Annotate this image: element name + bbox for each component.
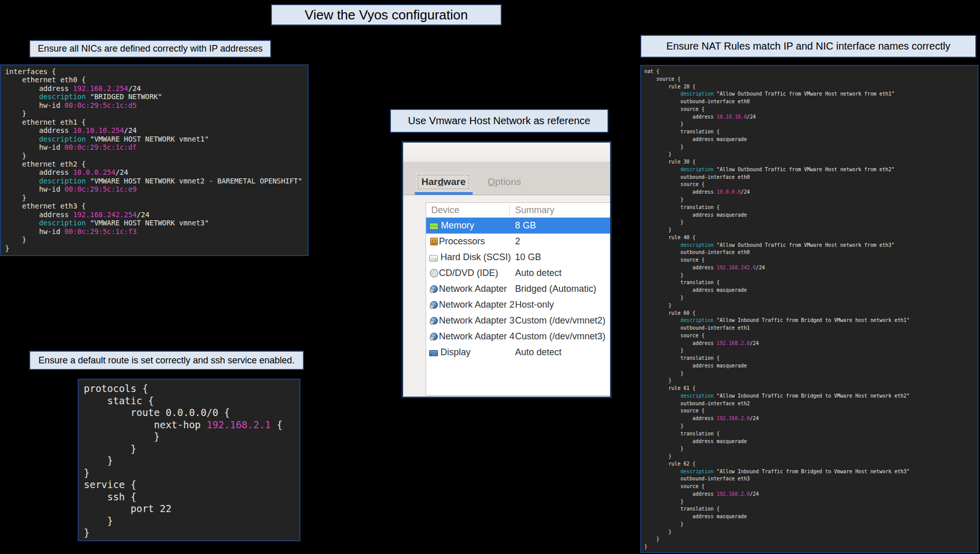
device-row[interactable]: Processors2 bbox=[426, 234, 610, 249]
device-row[interactable]: DisplayAuto detect bbox=[426, 344, 610, 360]
code-line: address 192.168.2.254/24 bbox=[5, 84, 308, 93]
vmware-device-table: Device Summary Memory8 GBProcessors2Hard… bbox=[426, 202, 611, 396]
tab-options[interactable]: Options bbox=[484, 173, 525, 191]
code-line: source { bbox=[644, 332, 977, 340]
code-line: } bbox=[84, 467, 299, 479]
code-line: } bbox=[644, 377, 977, 385]
code-line: description "VMWARE HOST NETWORK vmnet1" bbox=[5, 135, 308, 143]
code-line: source { bbox=[644, 181, 977, 189]
net-icon bbox=[430, 333, 438, 340]
code-line: translation { bbox=[644, 128, 977, 136]
code-line: outbound-interface eth3 bbox=[644, 475, 977, 483]
device-summary: 8 GB bbox=[510, 220, 610, 231]
code-line: hw-id 00:0c:29:5c:1c:d5 bbox=[5, 101, 308, 109]
device-summary: Custom (/dev/vmnet2) bbox=[510, 315, 610, 326]
code-line: address 10.10.10.0/24 bbox=[644, 113, 977, 121]
net-icon bbox=[430, 285, 438, 293]
code-line: } bbox=[644, 272, 977, 280]
code-line: static { bbox=[84, 395, 299, 407]
code-line: ethernet eth0 { bbox=[5, 76, 308, 84]
protocols-config-panel: protocols { static { route 0.0.0.0/0 { n… bbox=[78, 379, 300, 541]
code-line: rule 62 { bbox=[644, 460, 977, 468]
label-nat-rules: Ensure NAT Rules match IP and NIC interf… bbox=[640, 35, 976, 58]
code-line: } bbox=[5, 194, 308, 202]
code-line: description "VMWARE HOST NETWORK vmnet2 … bbox=[5, 177, 308, 185]
code-line: address masquerade bbox=[644, 362, 977, 370]
code-line: } bbox=[5, 152, 308, 160]
column-header-device[interactable]: Device bbox=[426, 205, 510, 216]
label-vmware-reference: Use Vmware Host Network as reference bbox=[390, 109, 609, 133]
code-line: } bbox=[644, 370, 977, 378]
device-row[interactable]: Network Adapter 3Custom (/dev/vmnet2) bbox=[426, 313, 610, 329]
code-line: hw-id 00:0c:29:5c:1c:e9 bbox=[5, 185, 308, 193]
code-line: rule 60 { bbox=[644, 310, 977, 317]
code-line: rule 30 { bbox=[644, 158, 977, 166]
code-line: } bbox=[644, 121, 977, 128]
code-line: rule 40 { bbox=[644, 234, 977, 242]
code-line: } bbox=[5, 109, 308, 118]
net-icon bbox=[430, 301, 438, 309]
device-summary: 2 bbox=[510, 236, 610, 247]
code-line: address 10.0.0.254/24 bbox=[5, 168, 308, 176]
active-tab-indicator bbox=[415, 192, 473, 195]
code-line: rule 20 { bbox=[644, 83, 977, 91]
code-line: source { bbox=[644, 76, 977, 83]
device-name: Network Adapter bbox=[439, 284, 507, 294]
tab-options-label: Options bbox=[487, 176, 521, 188]
code-line: } bbox=[644, 536, 977, 543]
code-line: } bbox=[644, 196, 977, 204]
device-summary: Auto detect bbox=[510, 268, 610, 279]
device-name: Network Adapter 2 bbox=[439, 299, 515, 310]
code-line: translation { bbox=[644, 355, 977, 362]
code-line: } bbox=[644, 498, 977, 506]
code-line: } bbox=[644, 302, 977, 310]
code-line: } bbox=[84, 455, 299, 467]
code-line: address 10.0.0.0/24 bbox=[644, 189, 977, 196]
code-line: service { bbox=[84, 479, 299, 491]
device-row[interactable]: Network Adapter 4Custom (/dev/vmnet3) bbox=[426, 329, 610, 344]
nat-config-panel: nat { source { rule 20 { description "Al… bbox=[640, 65, 978, 553]
label-default-route: Ensure a default route is set correctly … bbox=[29, 351, 304, 370]
device-row[interactable]: Memory8 GB bbox=[426, 218, 610, 234]
device-row[interactable]: CD/DVD (IDE)Auto detect bbox=[426, 265, 610, 281]
device-name: Processors bbox=[439, 236, 485, 247]
code-line: address 192.168.2.0/24 bbox=[644, 340, 977, 348]
code-line: source { bbox=[644, 407, 977, 415]
code-line: } bbox=[644, 151, 977, 158]
code-line: interfaces { bbox=[5, 67, 308, 76]
device-name: Display bbox=[440, 347, 471, 358]
code-line: ethernet eth1 { bbox=[5, 118, 308, 126]
device-row[interactable]: Hard Disk (SCSI)10 GB bbox=[426, 249, 610, 265]
cd-icon bbox=[430, 269, 438, 278]
code-line: route 0.0.0.0/0 { bbox=[84, 407, 299, 419]
device-row[interactable]: Network AdapterBridged (Automatic) bbox=[426, 281, 610, 297]
code-line: } bbox=[84, 431, 299, 443]
code-line: } bbox=[5, 236, 308, 244]
device-row[interactable]: Network Adapter 2Host-only bbox=[426, 297, 610, 313]
display-icon bbox=[429, 350, 438, 356]
vmware-titlebar bbox=[403, 143, 610, 163]
code-line: address masquerade bbox=[644, 513, 977, 521]
code-line: outbound-interface eth0 bbox=[644, 98, 977, 106]
code-line: ssh { bbox=[84, 491, 299, 503]
net-icon bbox=[430, 317, 438, 325]
interfaces-config-panel: interfaces { ethernet eth0 { address 192… bbox=[0, 64, 309, 256]
code-line: description "Allow Outbound Traffic from… bbox=[644, 242, 977, 249]
tab-hardware[interactable]: Hardware bbox=[416, 173, 471, 191]
code-line: address 192.168.242.254/24 bbox=[5, 211, 308, 219]
code-line: hw-id 00:0c:29:5c:1c:df bbox=[5, 143, 308, 151]
code-line: address 192.168.2.0/24 bbox=[644, 491, 977, 498]
code-line: } bbox=[84, 443, 299, 455]
memory-icon bbox=[429, 223, 438, 230]
code-line: } bbox=[5, 244, 308, 252]
cpu-icon bbox=[430, 238, 438, 245]
device-name: Memory bbox=[441, 220, 474, 231]
code-line: translation { bbox=[644, 204, 977, 212]
column-header-summary[interactable]: Summary bbox=[510, 205, 610, 216]
code-line: rule 61 { bbox=[644, 385, 977, 393]
code-line: address 192.168.2.0/24 bbox=[644, 415, 977, 423]
code-line: } bbox=[644, 543, 977, 551]
device-summary: Bridged (Automatic) bbox=[510, 284, 610, 294]
device-summary: Auto detect bbox=[510, 347, 610, 358]
code-line: outbound-interface eth2 bbox=[644, 400, 977, 408]
